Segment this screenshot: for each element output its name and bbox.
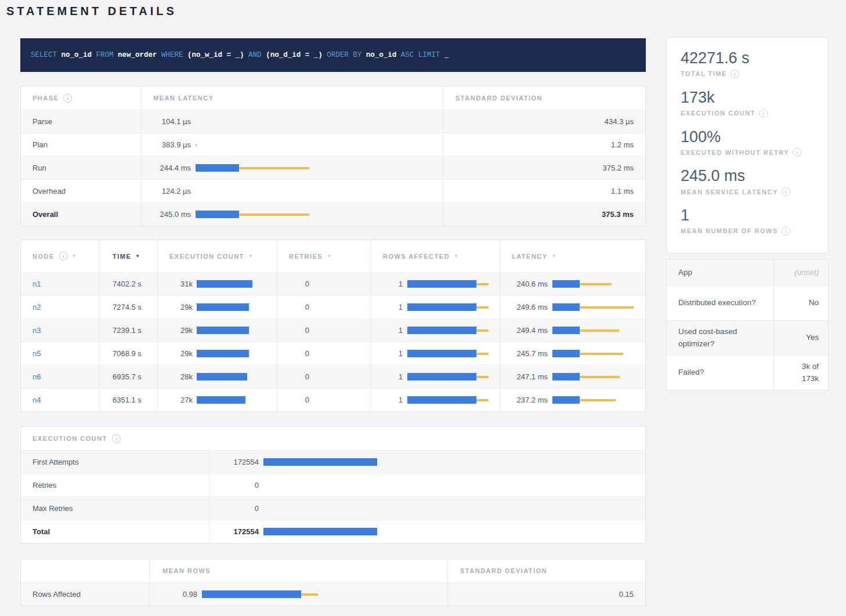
table-row: Plan 383.9 µs 1.2 ms	[21, 133, 645, 156]
latency-bar	[196, 211, 438, 219]
table-row: n6 6935.7 s 28k 0 1 247.1 ms	[21, 365, 645, 388]
execution-count-value: 27k	[158, 396, 193, 404]
time-column-header[interactable]: TIME▼	[99, 240, 157, 272]
rows-affected-value: 1	[371, 280, 403, 288]
sort-arrow-icon: ▼	[552, 253, 556, 259]
rows-affected-value: 1	[371, 303, 403, 311]
node-link[interactable]: n1	[32, 280, 41, 288]
node-link[interactable]: n4	[32, 396, 41, 404]
latency-bar	[552, 280, 642, 288]
info-icon[interactable]: i	[782, 187, 790, 196]
time-value: 7274.5 s	[99, 296, 157, 318]
rows-bar	[407, 373, 497, 381]
table-row: n5 7068.9 s 29k 0 1 245.7 ms	[21, 342, 645, 365]
stat-value: 100%	[681, 128, 814, 147]
latency-value: 245.7 ms	[500, 349, 548, 358]
node-link[interactable]: n6	[32, 372, 41, 381]
execution-count-column-header[interactable]: EXECUTION COUNT▼	[157, 240, 277, 272]
time-value: 7068.9 s	[99, 342, 157, 365]
latency-column-header[interactable]: LATENCY▼	[500, 240, 645, 272]
stat-mean-service-latency: 245.0 ms MEAN SERVICE LATENCYi	[681, 166, 814, 196]
sql-identifier: (no_d_id = _)	[266, 51, 327, 59]
property-value: (unset)	[773, 260, 828, 285]
sort-arrow-icon: ▼	[454, 253, 458, 259]
summary-stats-card: 42271.6 s TOTAL TIMEi 173k EXECUTION COU…	[666, 37, 829, 253]
count-bar	[197, 327, 274, 335]
latency-value: 240.6 ms	[500, 280, 548, 288]
sql-identifier: no_o_id	[62, 51, 96, 59]
sql-identifier: _	[440, 51, 449, 59]
count-bar-segment	[197, 396, 245, 404]
mean-bar-segment	[552, 373, 580, 381]
table-row: Run 244.4 ms 375.2 ms	[21, 156, 645, 179]
latency-value: 237.2 ms	[500, 396, 548, 404]
sql-keyword: WHERE	[161, 51, 187, 59]
phase-table: PHASEi MEAN LATENCY STANDARD DEVIATION P…	[20, 86, 646, 226]
stat-value: 42271.6 s	[681, 49, 814, 68]
rows-affected-value: 1	[371, 372, 403, 381]
rows-affected-label: Rows Affected	[21, 583, 149, 606]
info-icon[interactable]: i	[782, 227, 790, 235]
page-title: STATEMENT DETAILS	[6, 5, 177, 18]
sql-identifier: (no_w_id = _)	[187, 51, 248, 59]
exec-count-value: 172554	[209, 527, 259, 536]
latency-bar	[552, 350, 642, 358]
node-link[interactable]: n5	[32, 349, 41, 358]
retries-value: 0	[277, 372, 309, 381]
rows-affected-value: 1	[371, 349, 403, 358]
mean-bar-segment	[202, 590, 301, 598]
count-bar	[263, 505, 642, 513]
execution-count-table: EXECUTION COUNTi First Attempts 172554 R…	[20, 426, 646, 543]
retries-value: 0	[277, 326, 309, 335]
info-icon[interactable]: i	[731, 70, 739, 78]
property-row: Used cost-based optimizer? Yes	[667, 320, 828, 355]
count-bar-segment	[263, 458, 377, 466]
property-label: Failed?	[667, 356, 773, 390]
sql-keyword: ASC LIMIT	[401, 51, 440, 59]
mean-bar-segment	[407, 303, 476, 311]
latency-bar	[552, 373, 642, 381]
rows-affected-value: 1	[371, 396, 403, 404]
rows-affected-table: MEAN ROWS STANDARD DEVIATION Rows Affect…	[20, 559, 646, 606]
info-icon[interactable]: i	[793, 148, 801, 157]
info-icon[interactable]: i	[112, 434, 121, 443]
rows-affected-column-header[interactable]: ROWS AFFECTED▼	[371, 240, 500, 272]
mean-bar-segment	[552, 350, 580, 357]
node-column-header[interactable]: NODEi▼	[21, 240, 99, 272]
latency-bar	[552, 303, 642, 311]
retries-value: 0	[277, 280, 309, 288]
stddev-value: 1.2 ms	[443, 133, 645, 156]
rows-bar	[407, 327, 497, 335]
stat-value: 245.0 ms	[681, 166, 814, 186]
rows-affected-value: 1	[371, 326, 403, 335]
sort-arrow-icon: ▼	[327, 253, 331, 259]
count-bar	[263, 481, 642, 490]
latency-bar	[196, 187, 438, 195]
info-icon[interactable]: i	[759, 109, 768, 118]
count-bar	[263, 528, 642, 536]
rows-bar	[407, 350, 497, 358]
latency-value: 247.1 ms	[500, 372, 548, 381]
mean-bar-segment	[552, 396, 580, 404]
exec-count-value: 0	[209, 481, 259, 490]
property-value: No	[773, 286, 828, 320]
mean-latency-value: 244.4 ms	[142, 164, 191, 172]
execution-count-value: 29k	[158, 303, 193, 311]
execution-count-value: 29k	[158, 326, 193, 335]
table-row: Total 172554	[21, 520, 645, 543]
exec-count-value: 172554	[209, 458, 259, 466]
property-label: Distributed execution?	[667, 286, 773, 320]
stddev-value: 0.15	[447, 583, 645, 606]
info-icon[interactable]: i	[63, 94, 72, 103]
count-bar-segment	[197, 373, 247, 381]
exec-count-value: 0	[209, 504, 259, 513]
count-bar	[197, 350, 274, 358]
count-bar-segment	[197, 350, 249, 357]
node-link[interactable]: n3	[32, 326, 41, 335]
retries-column-header[interactable]: RETRIES▼	[277, 240, 371, 272]
phase-label: Overhead	[21, 180, 141, 202]
node-link[interactable]: n2	[32, 303, 41, 311]
exec-row-label: First Attempts	[21, 451, 209, 473]
info-icon[interactable]: i	[59, 252, 68, 260]
stat-value: 1	[681, 206, 814, 226]
